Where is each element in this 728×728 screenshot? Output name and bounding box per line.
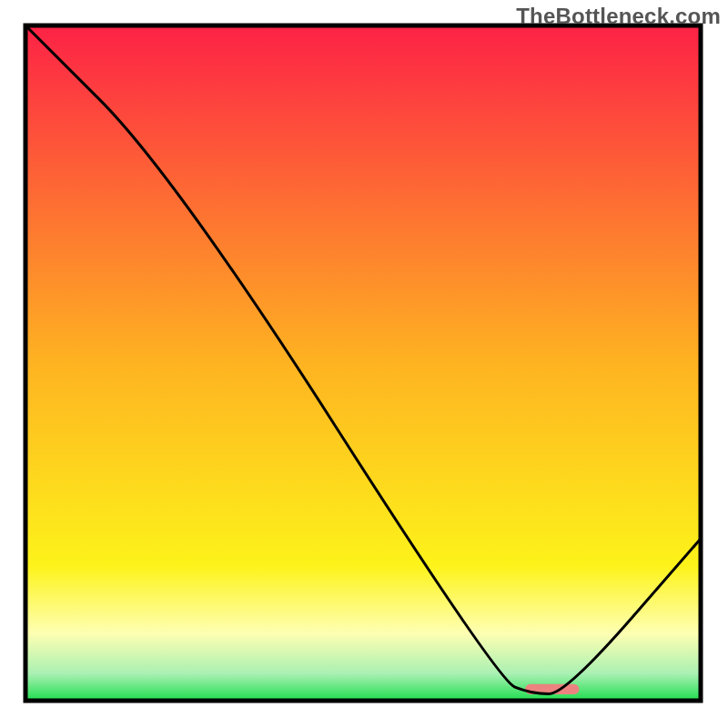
bottleneck-chart	[0, 0, 728, 728]
plot-background	[25, 25, 701, 701]
watermark-text: TheBottleneck.com	[516, 4, 721, 29]
chart-container: TheBottleneck.com	[0, 0, 728, 728]
